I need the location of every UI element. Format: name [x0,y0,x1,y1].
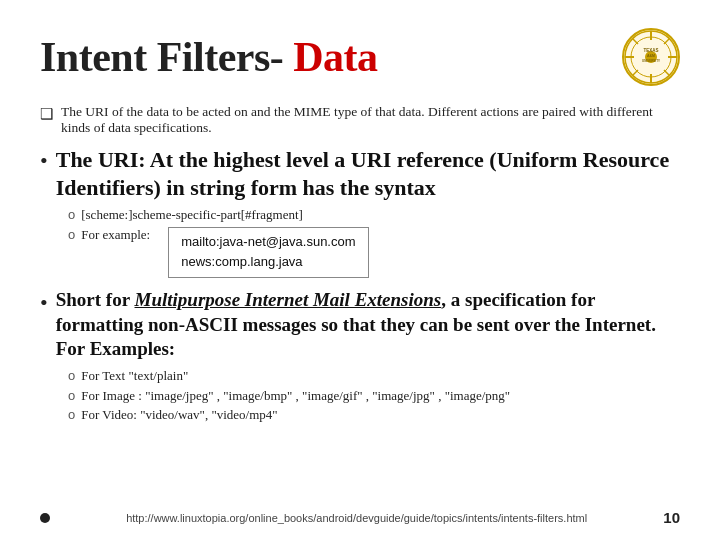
bullet2-sub3: o For Video: "video/wav", "video/mp4" [68,405,680,425]
footer-page: 10 [663,509,680,526]
bullet2-content: Short for Multipurpose Internet Mail Ext… [56,288,680,362]
bullet2-sub2: o For Image : "image/jpeg" , "image/bmp"… [68,386,680,406]
slide-header: Intent Filters- Data TEXAS A&M UNIVERSIT… [40,28,680,86]
bullet2-italic: Multipurpose Internet Mail Extensions [135,289,442,310]
bullet1-sub1: o [scheme:]scheme-specific-part[#fragmen… [68,205,680,225]
slide-body: ❑ The URI of the data to be acted on and… [40,104,680,425]
sub1-text: [scheme:]scheme-specific-part[#fragment] [81,205,303,225]
bullet1-sub2: o For example: mailto:java-net@java.sun.… [68,225,680,279]
bullet1-subitems: o [scheme:]scheme-specific-part[#fragmen… [68,205,680,278]
bullet1-content: The URI: At the highest level a URI refe… [56,146,680,201]
sub2-o: o [68,386,75,406]
sub3-txt: For Video: "video/wav", "video/mp4" [81,405,277,425]
intro-marker: ❑ [40,105,53,136]
bullet2-subitems: o For Text "text/plain" o For Image : "i… [68,366,680,425]
bullet2: • Short for Multipurpose Internet Mail E… [40,288,680,362]
sub1-txt: For Text "text/plain" [81,366,188,386]
sub3-o: o [68,405,75,425]
footer-dot-left [40,513,50,523]
sub2-label: For example: [81,225,150,245]
intro-text: The URI of the data to be acted on and t… [61,104,680,136]
title-prefix: Intent Filters- [40,34,293,80]
sub1-o: o [68,366,75,386]
bullet1: • The URI: At the highest level a URI re… [40,146,680,201]
title-highlight: Data [293,34,377,80]
example-line2: news:comp.lang.java [181,252,355,273]
sub1-marker: o [68,205,75,225]
svg-text:A&M: A&M [647,54,655,58]
bullet1-rest: : At the highest level a URI reference (… [56,147,669,200]
example-line1: mailto:java-net@java.sun.com [181,232,355,253]
example-box: mailto:java-net@java.sun.com news:comp.l… [168,227,368,279]
bullet2-dot: • [40,292,48,314]
university-logo: TEXAS A&M UNIVERSITY [622,28,680,86]
footer-link: http://www.linuxtopia.org/online_books/a… [126,512,587,524]
sub2-marker: o [68,225,75,245]
slide-title: Intent Filters- Data [40,33,378,81]
svg-text:TEXAS: TEXAS [643,48,658,53]
bullet1-term: The URI [56,147,139,172]
bullet2-sub1: o For Text "text/plain" [68,366,680,386]
bullet1-text: The URI: At the highest level a URI refe… [56,147,669,200]
bullet1-dot: • [40,150,48,172]
svg-text:UNIVERSITY: UNIVERSITY [642,59,660,63]
bullet2-text-pre: Short for [56,289,135,310]
intro-bullet: ❑ The URI of the data to be acted on and… [40,104,680,136]
sub2-txt: For Image : "image/jpeg" , "image/bmp" ,… [81,386,510,406]
slide-footer: http://www.linuxtopia.org/online_books/a… [0,509,720,526]
slide: Intent Filters- Data TEXAS A&M UNIVERSIT… [0,0,720,540]
